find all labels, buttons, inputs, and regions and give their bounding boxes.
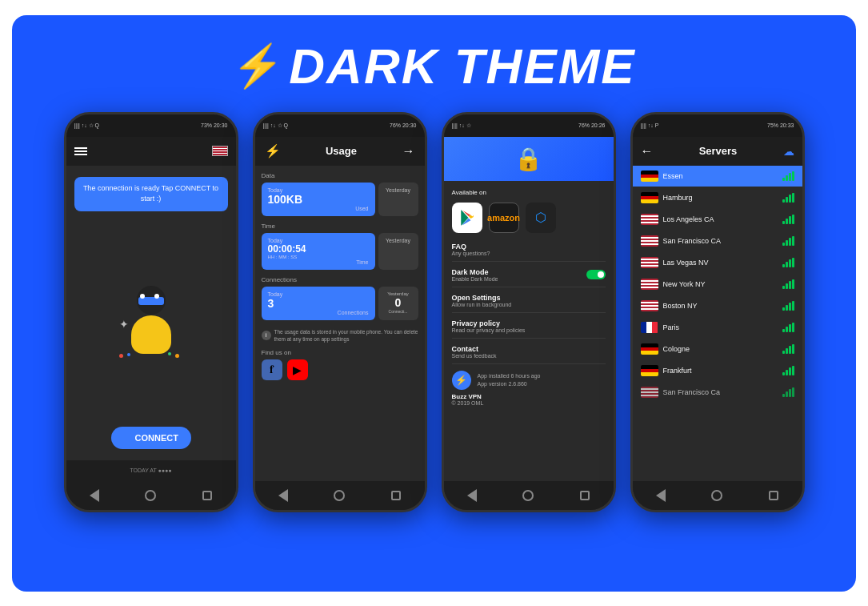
signal-icon bbox=[782, 171, 794, 181]
darkmode-toggle[interactable] bbox=[586, 270, 606, 279]
phone3-nav bbox=[444, 481, 614, 510]
flag-de-icon2 bbox=[641, 192, 658, 203]
phone1-bottom-bar: TODAY AT ●●●● bbox=[66, 460, 236, 481]
phone1-message-box: The connection is ready Tap CONNECT to s… bbox=[74, 177, 228, 211]
youtube-icon[interactable]: ▶ bbox=[287, 359, 308, 380]
find-us-label: Find us on bbox=[262, 349, 418, 356]
data-cards-row: Today 100KB Used Yesterday bbox=[262, 183, 418, 216]
phone1-ninja-area: ✦ bbox=[66, 218, 236, 427]
privacy-menu-item[interactable]: Privacy policy Read our privacy and poli… bbox=[452, 319, 606, 339]
hamburger-icon[interactable] bbox=[74, 146, 87, 157]
back-button[interactable]: ← bbox=[641, 144, 654, 159]
back-nav-btn4[interactable] bbox=[651, 486, 670, 505]
store-icons-row: amazon ⬡ bbox=[452, 203, 606, 233]
back-nav-btn2[interactable] bbox=[274, 486, 293, 505]
recent-nav-btn2[interactable] bbox=[386, 486, 406, 505]
phone2-appbar: ⚡ Usage → bbox=[255, 137, 425, 166]
time-yesterday-card: Yesterday bbox=[378, 233, 418, 270]
recent-nav-btn4[interactable] bbox=[764, 486, 783, 505]
flag-fr-icon bbox=[641, 322, 658, 333]
lightning-icon: ⚡ bbox=[265, 143, 281, 159]
phone1-appbar bbox=[66, 137, 236, 166]
home-nav-btn4[interactable] bbox=[707, 486, 726, 505]
server-item-frankfurt[interactable]: Frankfurt bbox=[633, 360, 802, 382]
server-item-boston[interactable]: Boston NY bbox=[633, 295, 802, 317]
home-nav-btn3[interactable] bbox=[518, 486, 538, 505]
data-today-card: Today 100KB Used bbox=[262, 183, 375, 216]
social-icons-row: 𝐟 ▶ bbox=[262, 359, 418, 380]
page-title: DARK THEME bbox=[289, 38, 635, 94]
server-item-ny[interactable]: New York NY bbox=[633, 274, 802, 295]
connect-button[interactable]: CONNECT bbox=[111, 427, 191, 449]
header: ⚡ DARK THEME bbox=[232, 38, 635, 94]
copyright-label: © 2019 OML bbox=[452, 400, 606, 406]
back-nav-btn[interactable] bbox=[85, 486, 104, 505]
phone3-app-info: ⚡ App installed 6 hours ago App version … bbox=[452, 371, 606, 390]
server-item-paris[interactable]: Paris bbox=[633, 317, 802, 339]
data-section-label: Data bbox=[262, 172, 418, 179]
faq-menu-item[interactable]: FAQ Any questions? bbox=[452, 243, 606, 262]
server-item-sf2[interactable]: San Francisco Ca bbox=[633, 382, 802, 403]
flag-us-icon bbox=[212, 146, 228, 156]
phone3-content: Available on amazon ⬡ F bbox=[444, 181, 614, 481]
phone1-status-bar: |||| ↑↓ ☆ Q 73% 20:30 bbox=[66, 114, 236, 137]
signal-icon9 bbox=[782, 344, 794, 354]
cloud-icon[interactable]: ☁ bbox=[783, 145, 794, 158]
server-item-hamburg[interactable]: Hamburg bbox=[633, 187, 802, 209]
opensettings-menu-item[interactable]: Open Settings Allow run in background bbox=[452, 294, 606, 313]
signal-icon10 bbox=[782, 366, 794, 375]
phone3-hero: 🔒 bbox=[444, 137, 614, 181]
server-item-cologne[interactable]: Cologne bbox=[633, 339, 802, 360]
app-name-label: Buzz VPN bbox=[452, 393, 606, 400]
google-play-icon[interactable] bbox=[452, 203, 482, 233]
forward-icon[interactable]: → bbox=[402, 144, 415, 159]
signal-icon4 bbox=[782, 236, 794, 246]
server-item-sf[interactable]: San Francisco CA bbox=[633, 231, 802, 252]
server-item-lv[interactable]: Las Vegas NV bbox=[633, 252, 802, 274]
recent-nav-btn[interactable] bbox=[198, 486, 217, 505]
phone2-screen-title: Usage bbox=[326, 145, 357, 157]
contact-menu-item[interactable]: Contact Send us feedback bbox=[452, 345, 606, 364]
phone4-screen-title: Servers bbox=[699, 145, 738, 157]
info-text: The usage data is stored in your mobile … bbox=[274, 328, 418, 343]
flag-us-icon7 bbox=[641, 387, 658, 398]
phone4-nav bbox=[633, 481, 802, 510]
time-section-label: Time bbox=[262, 223, 418, 230]
home-nav-btn2[interactable] bbox=[330, 486, 349, 505]
time-cards-row: Today 00:00:54 HH : MM : SS Time Yesterd… bbox=[262, 233, 418, 270]
server-item-essen[interactable]: Essen bbox=[633, 166, 802, 187]
vpn-icon-large: 🔒 bbox=[514, 146, 542, 172]
phone3-screen: 🔒 Available on amazon ⬡ bbox=[444, 137, 614, 481]
phone1-screen: The connection is ready Tap CONNECT to s… bbox=[66, 137, 236, 481]
app-logo-icon: ⚡ bbox=[452, 371, 471, 390]
phone-2: |||| ↑↓ ☆ Q 76% 20:30 ⚡ Usage → Data Tod… bbox=[253, 112, 427, 512]
signal-icon3 bbox=[782, 215, 794, 224]
available-on-label: Available on bbox=[452, 189, 606, 196]
conn-today-card: Today 3 Connections bbox=[262, 287, 375, 320]
flag-us-icon5 bbox=[641, 279, 658, 290]
phone3-status-bar: |||| ↑↓ ☆ 76% 20:26 bbox=[444, 114, 614, 137]
signal-icon6 bbox=[782, 279, 794, 289]
phone2-screen: ⚡ Usage → Data Today 100KB Used Yesterda… bbox=[255, 137, 425, 481]
flag-us-icon4 bbox=[641, 257, 658, 268]
server-item-la[interactable]: Los Angeles CA bbox=[633, 209, 802, 231]
bolt-icon: ⚡ bbox=[232, 45, 284, 86]
conn-yesterday-card: Yesterday 0 Connecti... bbox=[378, 287, 418, 320]
flag-us-icon2 bbox=[641, 214, 658, 225]
phone4-status-bar: |||| ↑↓ P 75% 20:33 bbox=[633, 114, 802, 137]
signal-icon7 bbox=[782, 301, 794, 311]
signal-icon8 bbox=[782, 323, 794, 332]
phone2-nav bbox=[255, 481, 425, 510]
recent-nav-btn3[interactable] bbox=[575, 486, 594, 505]
info-icon: i bbox=[262, 331, 271, 340]
info-row: i The usage data is stored in your mobil… bbox=[262, 328, 418, 343]
home-nav-btn[interactable] bbox=[141, 486, 160, 505]
phone1-nav bbox=[66, 481, 236, 510]
phone4-screen: ← Servers ☁ Essen bbox=[633, 137, 802, 481]
time-today-card: Today 00:00:54 HH : MM : SS Time bbox=[262, 233, 375, 270]
aptoide-icon[interactable]: ⬡ bbox=[526, 203, 556, 233]
facebook-icon[interactable]: 𝐟 bbox=[262, 359, 282, 380]
amazon-icon[interactable]: amazon bbox=[489, 203, 519, 233]
back-nav-btn3[interactable] bbox=[462, 486, 482, 505]
darkmode-menu-item[interactable]: Dark Mode Enable Dark Mode bbox=[452, 268, 606, 287]
